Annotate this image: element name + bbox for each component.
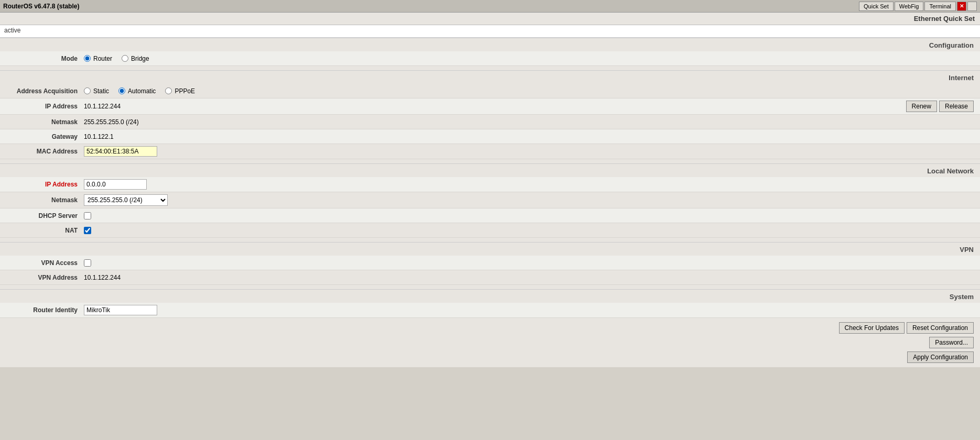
local-netmask-row: Netmask 255.255.255.0 (/24) 255.255.0.0 … <box>0 192 980 208</box>
dhcp-server-label: DHCP Server <box>0 212 84 219</box>
internet-ip-text: 10.1.122.244 <box>84 103 121 110</box>
apply-config-button[interactable]: Apply Configuration <box>907 351 974 363</box>
mode-row: Mode Router Bridge <box>0 51 980 66</box>
internet-section-header: Internet <box>0 70 980 84</box>
local-netmask-value: 255.255.255.0 (/24) 255.255.0.0 (/16) 25… <box>84 194 980 206</box>
internet-netmask-row: Netmask 255.255.255.0 (/24) <box>0 115 980 129</box>
check-updates-button[interactable]: Check For Updates <box>839 322 905 334</box>
internet-ip-buttons: Renew Release <box>906 101 980 112</box>
password-button[interactable]: Password... <box>929 337 974 348</box>
mode-router-radio[interactable] <box>84 55 91 62</box>
local-network-section-header: Local Network <box>0 163 980 177</box>
acq-pppoe-radio[interactable] <box>165 87 172 94</box>
nat-row: NAT <box>0 223 980 238</box>
spacer-4 <box>0 285 980 289</box>
mode-router-label: Router <box>93 55 112 62</box>
vpn-access-row: VPN Access <box>0 256 980 270</box>
acq-static-option[interactable]: Static <box>84 87 109 95</box>
spacer-2 <box>0 159 980 163</box>
close-icon[interactable]: ✕ <box>957 2 966 11</box>
nat-value <box>84 227 980 234</box>
status-bar: active <box>0 25 980 38</box>
local-ip-value: 0.0.0.0 <box>84 179 980 190</box>
acq-static-radio[interactable] <box>84 87 91 94</box>
system-buttons-row3: Apply Configuration <box>907 351 974 363</box>
internet-netmask-label: Netmask <box>0 118 84 126</box>
mac-address-value: 52:54:00:E1:38:5A <box>84 146 980 157</box>
local-netmask-label: Netmask <box>0 196 84 204</box>
app-title: RouterOS v6.47.8 (stable) <box>3 3 79 10</box>
router-identity-value: MikroTik <box>84 305 980 315</box>
gateway-text: 10.1.122.1 <box>84 133 114 140</box>
reset-config-button[interactable]: Reset Configuration <box>907 322 974 334</box>
mode-value: Router Bridge <box>84 55 980 62</box>
vpn-address-row: VPN Address 10.1.122.244 <box>0 270 980 285</box>
page-title: Ethernet Quick Set <box>0 13 980 25</box>
mac-address-label: MAC Address <box>0 148 84 155</box>
status-text: active <box>4 27 20 34</box>
topbar-buttons: Quick Set WebFig Terminal ✕ <box>859 2 977 11</box>
vpn-address-text: 10.1.122.244 <box>84 274 121 281</box>
acq-automatic-label: Automatic <box>128 87 156 95</box>
configuration-section-header: Configuration <box>0 38 980 51</box>
system-section-header: System <box>0 289 980 303</box>
nat-checkbox[interactable] <box>84 227 91 234</box>
system-buttons-row2: Password... <box>929 337 974 348</box>
mac-address-input[interactable]: 52:54:00:E1:38:5A <box>84 146 157 157</box>
release-button[interactable]: Release <box>939 101 974 112</box>
address-acquisition-value: Static Automatic PPPoE <box>84 87 980 95</box>
dhcp-server-value <box>84 212 980 219</box>
terminal-button[interactable]: Terminal <box>924 2 956 11</box>
internet-netmask-value: 255.255.255.0 (/24) <box>84 118 980 126</box>
acq-automatic-option[interactable]: Automatic <box>118 87 156 95</box>
dhcp-server-row: DHCP Server <box>0 208 980 223</box>
topbar: RouterOS v6.47.8 (stable) Quick Set WebF… <box>0 0 980 13</box>
spacer-1 <box>0 66 980 70</box>
acq-pppoe-label: PPPoE <box>175 87 195 95</box>
mode-bridge-label: Bridge <box>131 55 149 62</box>
acq-static-label: Static <box>93 87 109 95</box>
internet-ip-label: IP Address <box>0 103 84 110</box>
vpn-address-value: 10.1.122.244 <box>84 274 980 281</box>
address-acquisition-label: Address Acquisition <box>0 87 84 95</box>
acq-pppoe-option[interactable]: PPPoE <box>165 87 195 95</box>
gateway-row: Gateway 10.1.122.1 <box>0 129 980 144</box>
vpn-access-label: VPN Access <box>0 259 84 267</box>
system-buttons-row1: Check For Updates Reset Configuration <box>839 322 974 334</box>
router-identity-input[interactable]: MikroTik <box>84 305 157 315</box>
nat-label: NAT <box>0 227 84 234</box>
renew-button[interactable]: Renew <box>906 101 937 112</box>
main-content: Configuration Mode Router Bridge Interne… <box>0 38 980 367</box>
mode-bridge-radio[interactable] <box>122 55 128 62</box>
mode-router-option[interactable]: Router <box>84 55 112 62</box>
address-acquisition-row: Address Acquisition Static Automatic PPP… <box>0 84 980 98</box>
mode-bridge-option[interactable]: Bridge <box>122 55 149 62</box>
internet-ip-value: 10.1.122.244 <box>84 103 906 110</box>
router-identity-row: Router Identity MikroTik <box>0 303 980 318</box>
mode-label: Mode <box>0 55 84 62</box>
router-identity-label: Router Identity <box>0 306 84 314</box>
acq-automatic-radio[interactable] <box>118 87 125 94</box>
local-ip-input[interactable]: 0.0.0.0 <box>84 179 147 190</box>
local-ip-label: IP Address <box>0 181 84 188</box>
spacer-3 <box>0 238 980 242</box>
local-netmask-select[interactable]: 255.255.255.0 (/24) 255.255.0.0 (/16) 25… <box>84 194 168 206</box>
vpn-section-header: VPN <box>0 242 980 256</box>
mac-address-row: MAC Address 52:54:00:E1:38:5A <box>0 144 980 159</box>
quickset-button[interactable]: Quick Set <box>859 2 894 11</box>
vpn-access-checkbox[interactable] <box>84 259 91 267</box>
dhcp-server-checkbox[interactable] <box>84 212 91 219</box>
webfig-button[interactable]: WebFig <box>895 2 924 11</box>
minimize-icon[interactable] <box>967 2 977 11</box>
gateway-value: 10.1.122.1 <box>84 133 980 140</box>
bottom-actions: Check For Updates Reset Configuration Pa… <box>0 318 980 367</box>
vpn-access-value <box>84 259 980 267</box>
local-ip-row: IP Address 0.0.0.0 <box>0 177 980 192</box>
internet-ip-row: IP Address 10.1.122.244 Renew Release <box>0 98 980 115</box>
gateway-label: Gateway <box>0 133 84 140</box>
vpn-address-label: VPN Address <box>0 274 84 281</box>
internet-netmask-text: 255.255.255.0 (/24) <box>84 118 139 126</box>
